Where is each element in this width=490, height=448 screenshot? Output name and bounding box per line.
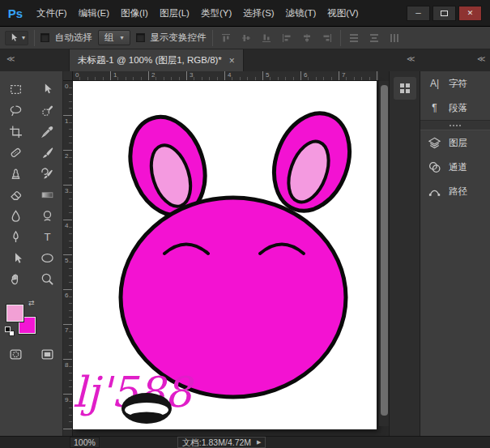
dock-collapse-icon[interactable]: ≪ [407,54,414,63]
svg-text:T: T [44,231,50,243]
gradient-tool[interactable] [34,185,62,205]
zoom-tool[interactable] [34,269,62,289]
vertical-scrollbar[interactable] [378,81,389,426]
quick-selection-tool[interactable] [34,100,62,121]
status-bar: 100% 文档:1.83M/4.72M ▶ [0,436,490,448]
foreground-color-swatch[interactable] [6,305,23,322]
chevron-down-icon: ▾ [121,34,124,41]
align-left-icon[interactable] [279,32,294,45]
dock-collapse-icon[interactable]: ≪ [477,54,484,63]
panel-grid-icon [398,82,411,95]
rabbit-artwork: lj'588 [73,81,377,429]
align-top-icon[interactable] [219,32,233,45]
document-tab-bar: ≪ 未标题-1 @ 100% (图层1, RGB/8)* × ≪ ≪ [0,49,490,71]
paths-icon [428,185,441,198]
close-tab-icon[interactable]: × [229,55,235,66]
path-selection-tool[interactable] [2,248,30,268]
align-vcenter-icon[interactable] [239,32,254,45]
document-canvas[interactable]: lj'588 [73,81,377,429]
eraser-tool[interactable] [2,185,30,205]
bottom-shape [121,393,172,424]
history-brush-tool[interactable] [34,164,62,184]
quick-mask-button[interactable] [2,344,30,365]
document-tab[interactable]: 未标题-1 @ 100% (图层1, RGB/8)* × [69,49,244,71]
auto-select-checkbox[interactable] [40,33,49,42]
panel-tab-paragraph[interactable]: ¶ 段落 [420,96,490,120]
menu-edit[interactable]: 编辑(E) [73,0,115,27]
panel-tab-character[interactable]: A| 字符 [420,71,490,96]
panel-label: 图层 [449,137,467,149]
type-tool[interactable]: T [34,227,62,247]
dodge-tool[interactable] [34,206,62,226]
panel-label: 通道 [449,161,467,173]
align-right-icon[interactable] [320,32,334,45]
scrollbar-thumb[interactable] [381,85,388,416]
auto-select-label: 自动选择 [55,32,92,44]
menu-bar: Ps 文件(F) 编辑(E) 图像(I) 图层(L) 类型(Y) 选择(S) 滤… [0,0,490,27]
panel-tab-paths[interactable]: 路径 [420,179,490,203]
lasso-tool[interactable] [2,100,30,121]
clone-stamp-tool[interactable] [2,164,30,184]
menu-select[interactable]: 选择(S) [237,0,279,27]
eyedropper-tool[interactable] [34,122,62,142]
show-transform-label: 显示变换控件 [151,32,207,44]
ellipse-tool[interactable] [34,248,62,268]
right-panel-dock: A| 字符 ¶ 段落 图层 通道 路径 [420,71,490,436]
close-button[interactable]: ✕ [458,6,482,21]
paragraph-icon: ¶ [428,102,441,113]
document-size-text: 文档:1.83M/4.72M [182,437,251,447]
ruler-corner[interactable] [63,71,73,81]
menu-image[interactable]: 图像(I) [115,0,154,27]
hand-tool[interactable] [2,269,30,289]
separator [340,30,341,46]
panel-icon-button[interactable] [394,77,416,100]
screen-mode-button[interactable] [34,344,62,365]
minimize-button[interactable]: ─ [407,6,430,21]
ruler-vertical[interactable]: 0123456789 [63,81,73,436]
menu-file[interactable]: 文件(F) [31,0,73,27]
status-menu-arrow-icon[interactable]: ▶ [257,437,261,447]
layers-icon [428,136,441,150]
zoom-level[interactable]: 100% [70,437,100,448]
maximize-button[interactable] [432,6,456,21]
window-controls: ─ ✕ [407,6,482,21]
group-select[interactable]: 组 ▾ [98,30,130,45]
align-bottom-icon[interactable] [259,32,274,45]
menu-view[interactable]: 视图(V) [322,0,364,27]
photoshop-logo: Ps [0,0,31,27]
show-transform-checkbox[interactable] [136,33,145,42]
default-colors-icon[interactable] [5,326,16,338]
align-hcenter-icon[interactable] [300,32,314,45]
move-tool-icon [8,32,19,44]
distribute-vcenter-icon[interactable] [367,32,381,45]
pen-tool[interactable] [2,227,30,247]
panel-tab-layers[interactable]: 图层 [420,130,490,155]
menu-filter[interactable]: 滤镜(T) [280,0,322,27]
chevron-down-icon: ▾ [22,34,25,41]
panel-label: 路径 [449,186,467,198]
panel-label: 段落 [449,102,467,114]
document-size-info[interactable]: 文档:1.83M/4.72M ▶ [177,437,266,448]
menu-layer[interactable]: 图层(L) [154,0,195,27]
blur-tool[interactable] [2,206,30,226]
dock-drag-handle[interactable] [420,120,490,130]
icon-dock [389,71,420,436]
distribute-bottom-icon[interactable] [387,32,402,45]
panel-label: 字符 [449,78,467,90]
rect-marquee-tool[interactable] [2,79,30,100]
distribute-top-icon[interactable] [347,32,361,45]
maximize-icon [441,11,448,16]
character-icon: A| [428,78,441,89]
panel-tab-channels[interactable]: 通道 [420,155,490,179]
ruler-horizontal[interactable]: 01234567 [73,71,379,81]
color-swatches: ⇄ [6,301,44,340]
group-select-value: 组 [104,32,114,44]
swap-colors-icon[interactable]: ⇄ [28,299,35,307]
healing-brush-tool[interactable] [2,143,30,163]
toolbar-collapse-icon[interactable]: ≪ [6,54,14,63]
tool-preset-dropdown[interactable]: ▾ [5,31,28,45]
menu-type[interactable]: 类型(Y) [195,0,237,27]
brush-tool[interactable] [34,143,62,163]
crop-tool[interactable] [2,122,30,142]
move-tool[interactable] [34,79,62,100]
